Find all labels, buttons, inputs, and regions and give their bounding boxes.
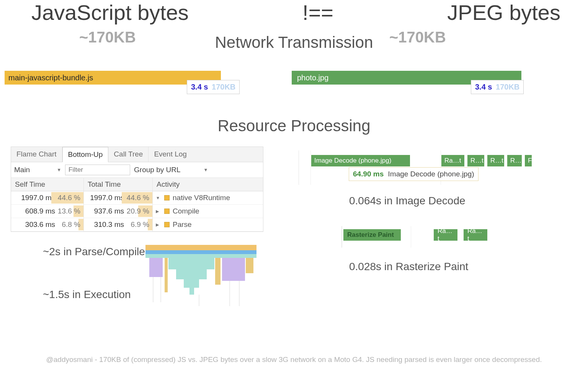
slide: JavaScript bytes !== JPEG bytes ~170KB N…	[0, 0, 588, 370]
activity-label: Compile	[173, 207, 199, 215]
jpg-badge-time: 3.4 s	[475, 83, 492, 91]
size-jpeg: ~170KB	[389, 29, 446, 46]
col-self-time: Self Time	[11, 178, 84, 191]
footer-caption: @addyosmani - 170KB of (compressed) JS v…	[0, 355, 588, 364]
svg-rect-2	[145, 254, 256, 258]
segment-raster-small: Ra…t	[464, 229, 487, 241]
table-row[interactable]: 608.9 ms13.6 %937.6 ms20.9 %▶Compile	[11, 205, 263, 218]
group-dropdown[interactable]: Group by URL ▼	[134, 166, 208, 174]
tab-call-tree[interactable]: Call Tree	[108, 147, 149, 162]
image-decode-timeline: Image Decode (phone.jpg) Ra…t R…t R…t R……	[299, 150, 583, 185]
gridline	[342, 226, 342, 248]
jpg-badge-size: 170KB	[496, 83, 519, 91]
tab-bottom-up[interactable]: Bottom-Up	[62, 147, 109, 162]
devtools-tabs: Flame Chart Bottom-Up Call Tree Event Lo…	[11, 147, 263, 162]
activity-label: native V8Runtime	[173, 194, 230, 202]
title-js: JavaScript bytes	[31, 0, 189, 25]
cell-total-time: 310.3 ms6.9 %	[84, 218, 153, 231]
script-color-swatch	[164, 195, 170, 200]
tooltip-time: 64.90 ms	[353, 170, 384, 178]
expand-icon[interactable]: ▼	[156, 196, 161, 200]
caret-down-icon: ▼	[204, 167, 208, 173]
js-badge-time: 3.4 s	[191, 83, 208, 91]
decode-tooltip: 64.90 ms Image Decode (phone.jpg)	[349, 167, 479, 181]
title-row: JavaScript bytes !== JPEG bytes	[5, 0, 583, 25]
cell-self-time: 1997.0 ms44.6 %	[11, 191, 84, 204]
subtitle-row: ~170KB Network Transmission ~170KB	[5, 25, 583, 55]
tab-event-log[interactable]: Event Log	[149, 147, 192, 162]
segment-raster-small: Ra…t	[434, 229, 457, 241]
resource-heading: Resource Processing	[5, 117, 583, 135]
svg-rect-7	[184, 279, 199, 288]
jpg-time-badge: 3.4 s 170KB	[471, 80, 524, 94]
table-row[interactable]: 303.6 ms6.8 %310.3 ms6.9 %▶Parse	[11, 218, 263, 231]
svg-rect-9	[165, 258, 168, 292]
devtools-table-head: Self Time Total Time Activity	[11, 178, 263, 191]
svg-rect-6	[176, 269, 207, 279]
thread-dropdown[interactable]: Main ▼	[14, 166, 61, 174]
col-total-time: Total Time	[84, 178, 153, 191]
js-bar-label: main-javascript-bundle.js	[8, 73, 93, 82]
svg-rect-1	[145, 250, 256, 254]
segment-raster-small: F	[525, 155, 532, 166]
cell-activity: ▶Compile	[153, 205, 263, 218]
gridline	[310, 150, 311, 185]
network-heading: Network Transmission	[5, 33, 583, 52]
segment-raster-small: Ra…t	[441, 155, 464, 166]
flame-graph-thumbnail	[145, 245, 256, 306]
stat-rasterize: 0.028s in Rasterize Paint	[349, 261, 583, 273]
cell-total-time: 1997.0 ms44.6 %	[84, 191, 153, 204]
group-dropdown-label: Group by URL	[134, 166, 180, 174]
right-column: Image Decode (phone.jpg) Ra…t R…t R…t R……	[296, 147, 583, 301]
expand-icon[interactable]: ▶	[156, 222, 161, 227]
segment-image-decode: Image Decode (phone.jpg)	[311, 155, 410, 166]
svg-rect-3	[149, 258, 163, 277]
thread-dropdown-label: Main	[14, 166, 30, 174]
activity-label: Parse	[173, 220, 192, 229]
svg-rect-11	[246, 258, 253, 273]
columns: Flame Chart Bottom-Up Call Tree Event Lo…	[5, 147, 583, 301]
segment-raster-small: R…t	[487, 155, 504, 166]
stat-image-decode: 0.064s in Image Decode	[349, 195, 583, 207]
jpg-bar-label: photo.jpg	[297, 73, 328, 82]
cell-total-time: 937.6 ms20.9 %	[84, 205, 153, 218]
segment-raster-small: R…t	[467, 155, 484, 166]
segment-rasterize-paint: Rasterize Paint	[343, 229, 401, 241]
devtools-filter-row: Main ▼ Group by URL ▼	[11, 162, 263, 178]
svg-rect-0	[145, 245, 256, 250]
caret-down-icon: ▼	[57, 167, 61, 173]
tooltip-label: Image Decode (phone.jpg)	[388, 170, 474, 178]
svg-rect-8	[189, 288, 194, 295]
js-badge-size: 170KB	[212, 83, 235, 91]
cell-self-time: 303.6 ms6.8 %	[11, 218, 84, 231]
devtools-rows: 1997.0 ms44.6 %1997.0 ms44.6 %▼native V8…	[11, 191, 263, 231]
cell-activity: ▶Parse	[153, 218, 263, 231]
left-column: Flame Chart Bottom-Up Call Tree Event Lo…	[5, 147, 296, 301]
gridline	[411, 226, 411, 248]
network-bars: main-javascript-bundle.js 3.4 s 170KB ph…	[5, 71, 583, 105]
col-activity: Activity	[153, 178, 263, 191]
table-row[interactable]: 1997.0 ms44.6 %1997.0 ms44.6 %▼native V8…	[11, 191, 263, 205]
rasterize-timeline: Rasterize Paint Ra…t Ra…t	[341, 226, 583, 248]
cell-self-time: 608.9 ms13.6 %	[11, 205, 84, 218]
svg-rect-10	[215, 258, 220, 285]
not-equal-symbol: !==	[302, 0, 333, 25]
js-time-badge: 3.4 s 170KB	[187, 80, 240, 94]
svg-rect-4	[222, 258, 245, 281]
cell-activity: ▼native V8Runtime	[153, 191, 263, 204]
devtools-panel: Flame Chart Bottom-Up Call Tree Event Lo…	[11, 147, 263, 232]
segment-raster-small: R…	[507, 155, 522, 166]
filter-input[interactable]	[65, 165, 130, 175]
svg-rect-5	[168, 258, 214, 269]
expand-icon[interactable]: ▶	[156, 209, 161, 214]
title-jpeg: JPEG bytes	[447, 0, 560, 25]
tab-flame-chart[interactable]: Flame Chart	[11, 147, 62, 162]
script-color-swatch	[164, 209, 170, 214]
flame-icon	[145, 245, 256, 306]
script-color-swatch	[164, 222, 170, 227]
